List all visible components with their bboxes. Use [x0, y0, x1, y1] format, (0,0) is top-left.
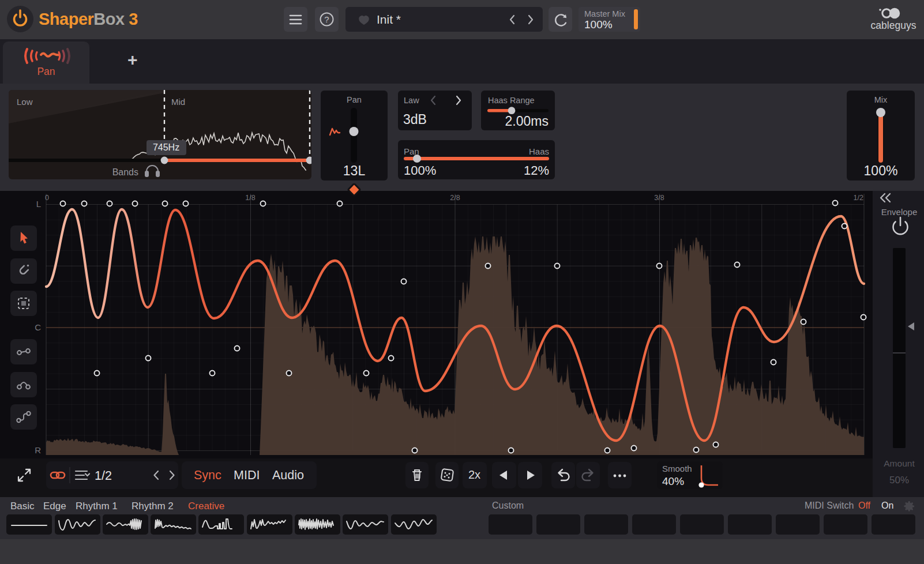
svg-text:0: 0: [45, 194, 49, 202]
svg-text:L: L: [36, 199, 41, 209]
svg-text:C: C: [35, 322, 41, 332]
svg-text:1/2: 1/2: [854, 194, 863, 202]
svg-text:Envelope: Envelope: [881, 207, 918, 217]
svg-text:1/2: 1/2: [95, 469, 112, 483]
svg-text:R: R: [35, 445, 41, 455]
svg-text:50%: 50%: [889, 475, 909, 486]
svg-text:Amount: Amount: [884, 458, 915, 468]
